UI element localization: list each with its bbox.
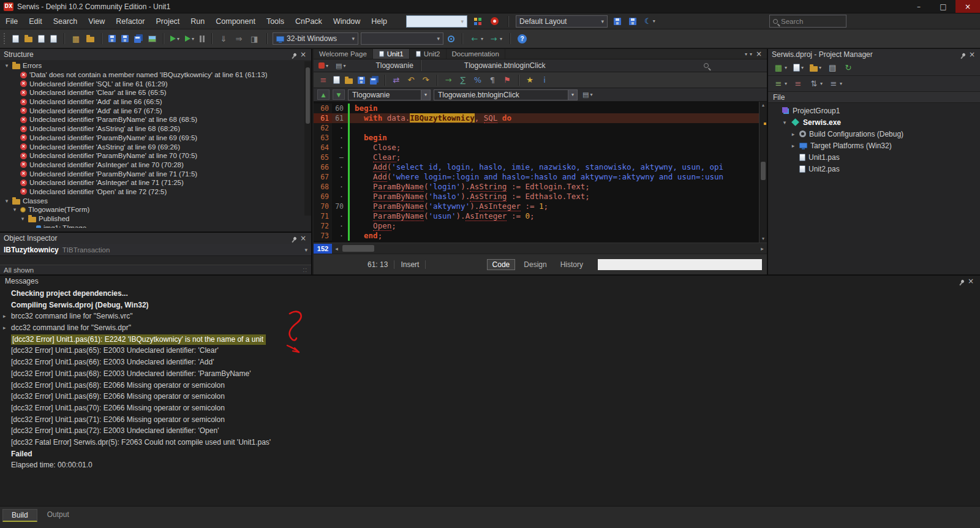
- new-file-button[interactable]: [331, 75, 342, 85]
- code-line[interactable]: 72· Open;: [314, 221, 767, 231]
- menu-component[interactable]: Component: [210, 13, 261, 29]
- scroll-right-icon[interactable]: ▸: [758, 246, 767, 252]
- open-file-button[interactable]: [23, 34, 34, 43]
- structure-node[interactable]: Undeclared identifier 'Add' at line 66 (…: [0, 97, 311, 107]
- scrollbar-thumb[interactable]: [761, 162, 766, 180]
- menu-edit[interactable]: Edit: [23, 13, 48, 29]
- project-tree-node[interactable]: ProjectGroup1: [768, 105, 980, 116]
- message-row[interactable]: [dcc32 Error] Unit1.pas(66): E2003 Undec…: [0, 356, 980, 368]
- message-row[interactable]: Failed: [0, 448, 980, 460]
- jump-to-button[interactable]: →: [442, 74, 455, 86]
- bookmark-button[interactable]: ⚑: [500, 74, 514, 86]
- structure-node[interactable]: Undeclared identifier 'AsString' at line…: [0, 124, 311, 134]
- tab-scroll-icon[interactable]: ▾: [745, 51, 747, 57]
- scrollbar-thumb[interactable]: [342, 245, 374, 252]
- expander-icon[interactable]: ▾: [12, 206, 18, 213]
- attach-process-button[interactable]: ◨: [247, 33, 261, 45]
- cnpack-button[interactable]: [489, 16, 500, 26]
- structure-node[interactable]: Undeclared identifier 'AsString' at line…: [0, 142, 311, 151]
- code-line[interactable]: 64· Close;: [314, 143, 767, 153]
- structure-node[interactable]: ▾Published: [0, 214, 311, 224]
- object-selector[interactable]: IBTuzytkownicy TIBTransaction ▾: [0, 244, 311, 256]
- percent-button[interactable]: %: [471, 74, 484, 86]
- save-as-button[interactable]: [119, 34, 130, 43]
- refresh-button[interactable]: ↻: [842, 62, 855, 74]
- message-row[interactable]: [dcc32 Error] Unit1.pas(65): E2003 Undec…: [0, 345, 980, 356]
- expand-icon[interactable]: ▸: [3, 322, 6, 334]
- breadcrumb-unit[interactable]: Tlogowanie: [375, 61, 413, 70]
- save-all-files-button[interactable]: [368, 75, 380, 86]
- unit-badge-button[interactable]: ▾: [317, 61, 330, 70]
- inspector-filter-bar[interactable]: All shown ::: [0, 265, 311, 274]
- pin-icon[interactable]: [960, 279, 965, 283]
- message-row[interactable]: Compiling Serwis.dproj (Debug, Win32): [0, 300, 980, 311]
- favorites-button[interactable]: ★: [523, 74, 537, 86]
- image-button[interactable]: [146, 34, 158, 43]
- structure-scrollbar[interactable]: [304, 61, 311, 216]
- structure-node[interactable]: Undeclared identifier 'Open' at line 72 …: [0, 187, 311, 197]
- navigate-back-button[interactable]: ←▾: [468, 33, 485, 45]
- add-new-item-button[interactable]: ▾: [791, 62, 805, 73]
- structure-node[interactable]: ▾Tlogowanie(TForm): [0, 205, 311, 214]
- structure-node[interactable]: Undeclared identifier 'SQL' at line 61 (…: [0, 79, 311, 88]
- pause-button[interactable]: [198, 34, 206, 43]
- project-tree-node[interactable]: ▾Serwis.exe: [768, 116, 980, 128]
- project-tree-node[interactable]: ▸Target Platforms (Win32): [768, 140, 980, 151]
- view-tab-history[interactable]: History: [556, 260, 588, 270]
- jump-interface-button[interactable]: ▲: [317, 89, 330, 100]
- message-row[interactable]: [dcc32 Error] Unit1.pas(70): E2066 Missi…: [0, 402, 980, 414]
- jump-implementation-button[interactable]: ▼: [333, 89, 345, 100]
- bottom-tab-output[interactable]: Output: [39, 509, 78, 522]
- minimize-button[interactable]: –: [907, 0, 931, 13]
- save-desktop-button[interactable]: [612, 17, 623, 26]
- editor-search-icon[interactable]: [704, 63, 709, 68]
- menu-file[interactable]: File: [0, 13, 23, 29]
- close-icon[interactable]: ×: [299, 235, 307, 242]
- menu-view[interactable]: View: [83, 13, 110, 29]
- code-line[interactable]: 6161 with data.IBQuzytkownicy, SQL do: [314, 113, 767, 123]
- view-tab-code[interactable]: Code: [487, 259, 516, 270]
- editor-vertical-scrollbar[interactable]: ▴ ▾: [759, 102, 767, 243]
- close-icon[interactable]: ×: [967, 277, 975, 285]
- directories-button[interactable]: ▾: [808, 63, 823, 73]
- method-selector[interactable]: Tlogowanie.btnloginClick ▾: [434, 89, 578, 100]
- file-column-header[interactable]: File: [768, 92, 980, 103]
- editor-tab-documentation[interactable]: Documentation: [447, 49, 505, 59]
- build-config-selector[interactable]: ▾: [361, 32, 443, 45]
- search-input[interactable]: [781, 18, 842, 25]
- run-button[interactable]: ▾: [168, 34, 181, 43]
- pin-icon[interactable]: [962, 52, 966, 56]
- code-line[interactable]: 71· ParamByName('usun').AsInteger := 0;: [314, 211, 767, 221]
- save-file-button[interactable]: [356, 75, 367, 85]
- add-to-project-button[interactable]: [48, 34, 59, 44]
- close-button[interactable]: ×: [956, 0, 980, 13]
- structure-node[interactable]: ▾Errors: [0, 61, 311, 70]
- menu-run[interactable]: Run: [185, 13, 210, 29]
- editor-tab-unit1[interactable]: Unit1: [373, 49, 410, 59]
- expander-icon[interactable]: ▸: [790, 143, 796, 149]
- menu-tools[interactable]: Tools: [261, 13, 290, 29]
- code-line[interactable]: 68· ParamByName('login').AsString := Edt…: [314, 182, 767, 192]
- scroll-down-icon[interactable]: ▾: [762, 235, 764, 243]
- theme-toggle-button[interactable]: ☾ ▾: [643, 15, 657, 27]
- chevron-down-icon[interactable]: ▾: [568, 90, 577, 100]
- structure-node[interactable]: Undeclared identifier 'Add' at line 67 (…: [0, 106, 311, 115]
- menu-window[interactable]: Window: [328, 13, 366, 29]
- expander-icon[interactable]: ▾: [4, 62, 10, 69]
- scrollbar-track[interactable]: [760, 109, 767, 235]
- menu-search[interactable]: Search: [48, 13, 83, 29]
- expander-icon[interactable]: ▾: [20, 216, 26, 222]
- code-line[interactable]: 63· begin: [314, 133, 767, 143]
- open-file-button[interactable]: [343, 75, 355, 85]
- tool-palette-button[interactable]: [472, 17, 484, 26]
- ide-search-box[interactable]: [769, 15, 846, 28]
- class-selector[interactable]: Tlogowanie ▾: [348, 89, 431, 100]
- vcl-style-selector[interactable]: ▾: [406, 15, 467, 28]
- scroll-up-icon[interactable]: ▴: [762, 102, 764, 109]
- structure-node[interactable]: Undeclared identifier 'AsInteger' at lin…: [0, 160, 311, 170]
- navigate-forward-button[interactable]: →▾: [487, 33, 504, 45]
- structure-node[interactable]: img1: TImage: [0, 223, 311, 228]
- save-all-button[interactable]: [132, 33, 145, 44]
- structure-node[interactable]: ▾Classes: [0, 196, 311, 205]
- expander-icon[interactable]: ▾: [782, 119, 788, 126]
